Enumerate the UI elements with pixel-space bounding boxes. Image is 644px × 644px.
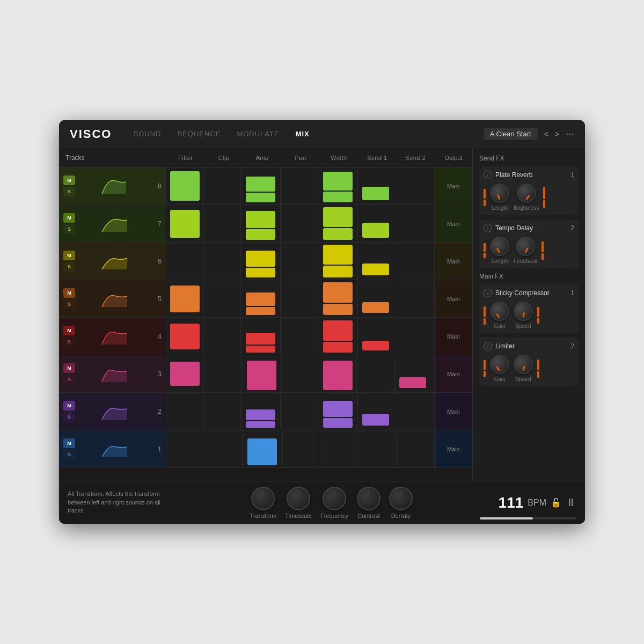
track-7-send1-cell[interactable] <box>358 205 398 242</box>
track-6-width-bar-high[interactable] <box>323 245 353 265</box>
tempo-delay-feedback-knob[interactable] <box>516 237 535 256</box>
track-1-mute-button[interactable]: M <box>63 438 75 448</box>
track-6-pan-cell[interactable] <box>281 243 318 280</box>
track-8-width-bar-low[interactable] <box>323 192 353 202</box>
track-3-mute-button[interactable]: M <box>63 363 75 373</box>
track-7-amp-cell[interactable] <box>241 205 281 242</box>
track-8-solo-button[interactable]: S <box>63 187 75 196</box>
track-2-send1-cell[interactable] <box>358 393 398 430</box>
track-1-amp-bar-high[interactable] <box>247 438 277 465</box>
tab-sound[interactable]: SOUND <box>133 130 161 138</box>
track-5-output[interactable]: Main <box>435 280 472 317</box>
sticky-compressor-speed-knob[interactable] <box>514 302 533 321</box>
track-8-width-bar-high[interactable] <box>323 172 353 191</box>
tab-modulate[interactable]: MODULATE <box>237 130 279 138</box>
track-8-mute-button[interactable]: M <box>63 175 75 185</box>
track-2-amp-bar-high[interactable] <box>246 409 275 420</box>
track-4-filter-cell[interactable] <box>166 318 204 355</box>
track-5-send1-bar[interactable] <box>362 302 389 313</box>
track-5-pan-cell[interactable] <box>281 280 318 317</box>
track-7-clip-cell[interactable] <box>204 205 241 242</box>
track-7-width-cell[interactable] <box>318 205 358 242</box>
track-5-send2-cell[interactable] <box>397 280 435 317</box>
plate-reverb-brightness-knob[interactable] <box>517 184 536 203</box>
track-2-send2-cell[interactable] <box>397 393 435 430</box>
track-6-amp-cell[interactable] <box>241 243 281 280</box>
track-8-send2-cell[interactable] <box>397 167 435 204</box>
nav-next-button[interactable]: > <box>553 129 561 140</box>
track-5-clip-cell[interactable] <box>204 280 241 317</box>
track-5-mute-button[interactable]: M <box>63 288 75 298</box>
track-7-pan-cell[interactable] <box>281 205 318 242</box>
nav-prev-button[interactable]: < <box>542 129 551 140</box>
progress-bar[interactable] <box>480 517 576 519</box>
track-3-send2-bar[interactable] <box>399 377 426 388</box>
track-7-solo-button[interactable]: S <box>63 224 75 234</box>
track-7-send2-cell[interactable] <box>397 205 435 242</box>
track-6-width-cell[interactable] <box>318 243 358 280</box>
timescale-knob[interactable] <box>287 487 310 510</box>
track-5-solo-button[interactable]: S <box>63 299 75 309</box>
track-7-filter-cell[interactable] <box>166 205 204 242</box>
track-3-output[interactable]: Main <box>435 355 472 392</box>
track-5-filter-cell[interactable] <box>166 280 204 317</box>
track-1-clip-cell[interactable] <box>204 430 243 467</box>
track-6-amp-bar-low[interactable] <box>246 268 275 277</box>
track-8-send1-bar[interactable] <box>362 187 389 200</box>
track-4-width-bar-high[interactable] <box>323 320 353 341</box>
track-7-amp-bar-low[interactable] <box>246 229 275 240</box>
track-8-amp-bar-low[interactable] <box>246 193 275 202</box>
limiter-speed-knob[interactable] <box>514 355 533 374</box>
track-5-width-bar-high[interactable] <box>323 282 353 303</box>
track-7-output[interactable]: Main <box>435 205 472 242</box>
plate-reverb-length-knob[interactable] <box>490 184 509 203</box>
track-5-width-cell[interactable] <box>318 280 358 317</box>
plate-reverb-info-icon[interactable]: i <box>484 171 492 179</box>
track-3-clip-cell[interactable] <box>204 355 241 392</box>
track-5-amp-bar-low[interactable] <box>246 307 275 315</box>
sticky-compressor-gain-knob[interactable] <box>490 302 509 321</box>
track-1-solo-button[interactable]: S <box>63 450 75 459</box>
pause-button[interactable]: ⏸ <box>566 496 576 509</box>
track-7-mute-button[interactable]: M <box>63 213 75 223</box>
track-8-send1-cell[interactable] <box>358 167 398 204</box>
tempo-delay-info-icon[interactable]: i <box>484 224 492 232</box>
track-2-width-bar-low[interactable] <box>323 418 353 428</box>
track-3-filter-cell[interactable] <box>166 355 204 392</box>
more-options-button[interactable]: ⋯ <box>566 129 574 139</box>
preset-name[interactable]: A Clean Start <box>484 128 538 140</box>
track-4-filter-bar[interactable] <box>170 324 200 349</box>
track-4-output[interactable]: Main <box>435 318 472 355</box>
track-6-mute-button[interactable]: M <box>63 251 75 260</box>
track-5-amp-bar-high[interactable] <box>246 292 275 306</box>
track-2-width-cell[interactable] <box>318 393 358 430</box>
track-3-pan-cell[interactable] <box>282 355 319 392</box>
track-2-solo-button[interactable]: S <box>63 412 75 422</box>
track-3-solo-button[interactable]: S <box>63 375 75 384</box>
track-4-amp-bar-high[interactable] <box>246 333 275 345</box>
track-7-amp-bar-high[interactable] <box>246 211 275 228</box>
track-5-filter-bar[interactable] <box>170 286 200 312</box>
track-6-send1-bar[interactable] <box>362 264 389 275</box>
track-8-amp-bar-high[interactable] <box>246 177 275 192</box>
limiter-info-icon[interactable]: i <box>484 342 492 350</box>
track-3-filter-bar[interactable] <box>170 362 200 386</box>
track-6-send2-cell[interactable] <box>397 243 435 280</box>
track-3-width-bar[interactable] <box>323 361 353 390</box>
track-3-width-cell[interactable] <box>319 355 357 392</box>
track-7-width-bar-low[interactable] <box>323 228 353 240</box>
track-1-filter-cell[interactable] <box>166 430 204 467</box>
track-2-amp-cell[interactable] <box>241 393 281 430</box>
track-1-output[interactable]: Main <box>435 430 472 467</box>
track-6-clip-cell[interactable] <box>204 243 241 280</box>
track-4-solo-button[interactable]: S <box>63 337 75 347</box>
track-6-width-bar-low[interactable] <box>323 266 353 277</box>
track-5-amp-cell[interactable] <box>241 280 281 317</box>
track-4-width-cell[interactable] <box>318 318 358 355</box>
track-4-amp-cell[interactable] <box>241 318 281 355</box>
track-1-pan-cell[interactable] <box>283 430 321 467</box>
track-8-amp-cell[interactable] <box>241 167 281 204</box>
track-4-width-bar-low[interactable] <box>323 342 353 353</box>
density-knob[interactable] <box>389 487 413 510</box>
track-1-send2-cell[interactable] <box>397 430 435 467</box>
